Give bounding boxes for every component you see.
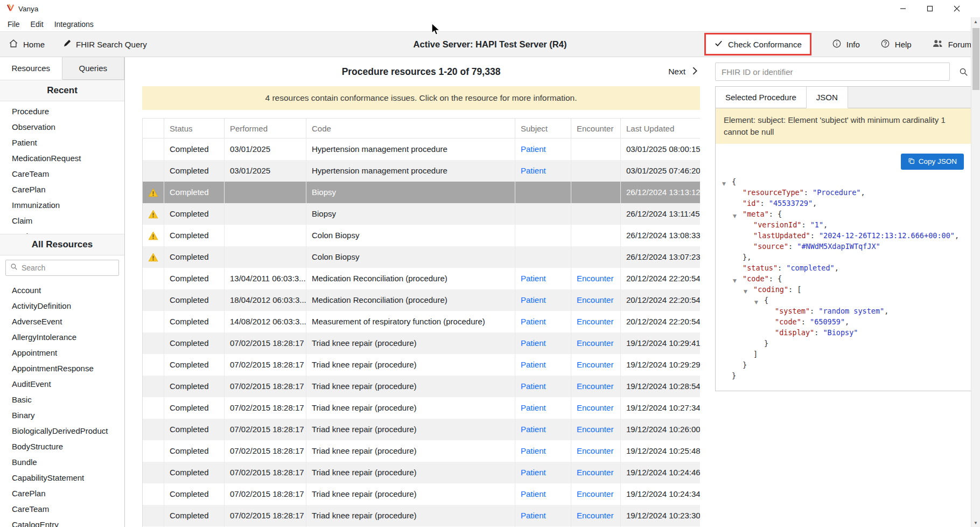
- tab-queries[interactable]: Queries: [62, 57, 125, 80]
- encounter-link[interactable]: Encounter: [577, 489, 613, 498]
- cell-performed: 07/02/2015 18:28:17: [225, 376, 306, 397]
- patient-link[interactable]: Patient: [521, 468, 546, 477]
- recent-item-immunization[interactable]: Immunization: [0, 197, 124, 213]
- patient-link[interactable]: Patient: [521, 446, 546, 455]
- resource-item-allergyintolerance[interactable]: AllergyIntolerance: [0, 329, 124, 345]
- resource-item-account[interactable]: Account: [0, 282, 124, 298]
- minimize-button[interactable]: [890, 0, 916, 17]
- encounter-link[interactable]: Encounter: [577, 295, 613, 304]
- table-row[interactable]: Completed03/01/2025Hypertension manageme…: [143, 138, 701, 160]
- forum-button[interactable]: Forum: [932, 39, 971, 50]
- resource-item-careplan[interactable]: CarePlan: [0, 486, 124, 501]
- patient-link[interactable]: Patient: [521, 317, 546, 326]
- patient-link[interactable]: Patient: [521, 403, 546, 412]
- sidebar-search-input[interactable]: [22, 264, 114, 272]
- patient-link[interactable]: Patient: [521, 360, 546, 369]
- cell-performed: 18/04/2012 06:03:3...: [225, 289, 306, 311]
- patient-link[interactable]: Patient: [521, 338, 546, 348]
- table-row[interactable]: Completed07/02/2015 18:28:17Triad knee r…: [143, 419, 701, 440]
- resource-item-capabilitystatement[interactable]: CapabilityStatement: [0, 470, 124, 486]
- recent-item-observation[interactable]: Observation: [0, 119, 124, 135]
- recent-item-medicationrequest[interactable]: MedicationRequest: [0, 150, 124, 166]
- table-row[interactable]: CompletedColon Biopsy26/12/2024 13:08:33: [143, 225, 701, 246]
- scrollbar-thumb[interactable]: [972, 28, 979, 90]
- help-button[interactable]: Help: [880, 39, 912, 50]
- encounter-link[interactable]: Encounter: [577, 274, 613, 283]
- recent-item-patient[interactable]: Patient: [0, 135, 124, 150]
- resource-item-bundle[interactable]: Bundle: [0, 454, 124, 470]
- table-row[interactable]: Completed03/01/2025Hypertension manageme…: [143, 160, 701, 182]
- check-conformance-button[interactable]: Check Conformance: [728, 40, 802, 49]
- next-button[interactable]: Next: [668, 66, 698, 78]
- encounter-link[interactable]: Encounter: [577, 446, 613, 455]
- resource-item-appointmentresponse[interactable]: AppointmentResponse: [0, 360, 124, 376]
- maximize-button[interactable]: [916, 0, 943, 17]
- encounter-link[interactable]: Encounter: [577, 360, 613, 369]
- resource-item-biologicallyderivedproduct[interactable]: BiologicallyDerivedProduct: [0, 423, 124, 439]
- menu-edit[interactable]: Edit: [25, 18, 49, 30]
- patient-link[interactable]: Patient: [521, 295, 546, 304]
- cell-encounter: Encounter: [571, 483, 621, 505]
- table-row[interactable]: Completed07/02/2015 18:28:17Triad knee r…: [143, 462, 701, 483]
- fhir-search-query-button[interactable]: FHIR Search Query: [63, 39, 147, 49]
- encounter-link[interactable]: Encounter: [577, 338, 613, 348]
- resource-item-appointment[interactable]: Appointment: [0, 345, 124, 360]
- table-row[interactable]: Completed07/02/2015 18:28:17Triad knee r…: [143, 440, 701, 462]
- resource-item-bodystructure[interactable]: BodyStructure: [0, 439, 124, 454]
- table-row[interactable]: Completed13/04/2011 06:03:3...Medication…: [143, 268, 701, 289]
- table-row[interactable]: Completed18/04/2012 06:03:3...Medication…: [143, 289, 701, 311]
- encounter-link[interactable]: Encounter: [577, 468, 613, 477]
- resource-item-careteam[interactable]: CareTeam: [0, 501, 124, 517]
- patient-link[interactable]: Patient: [521, 144, 546, 154]
- recent-item-claim[interactable]: Claim: [0, 213, 124, 228]
- table-row[interactable]: Completed07/02/2015 18:28:17Triad knee r…: [143, 483, 701, 505]
- encounter-link[interactable]: Encounter: [577, 317, 613, 326]
- fhir-search-button[interactable]: [954, 63, 972, 81]
- tab-resources[interactable]: Resources: [0, 57, 62, 80]
- resource-item-activitydefinition[interactable]: ActivityDefinition: [0, 298, 124, 314]
- scroll-up-icon[interactable]: ▲: [971, 17, 980, 26]
- warning-cell: [143, 462, 164, 483]
- patient-link[interactable]: Patient: [521, 489, 546, 498]
- patient-link[interactable]: Patient: [521, 425, 546, 434]
- copy-json-button[interactable]: Copy JSON: [901, 154, 964, 170]
- recent-item-device[interactable]: Device: [0, 228, 124, 234]
- recent-item-procedure[interactable]: Procedure: [0, 103, 124, 119]
- table-row[interactable]: Completed07/02/2015 18:28:17Triad knee r…: [143, 376, 701, 397]
- table-row[interactable]: Completed07/02/2015 18:28:17Triad knee r…: [143, 332, 701, 354]
- resource-item-adverseevent[interactable]: AdverseEvent: [0, 314, 124, 329]
- menu-integrations[interactable]: Integrations: [49, 18, 99, 30]
- recent-item-careteam[interactable]: CareTeam: [0, 166, 124, 182]
- close-button[interactable]: [943, 0, 970, 17]
- table-row[interactable]: CompletedBiopsy26/12/2024 13:11:45: [143, 203, 701, 225]
- window-scrollbar[interactable]: ▲ ▼: [971, 17, 980, 527]
- tab-json[interactable]: JSON: [807, 87, 848, 108]
- info-button[interactable]: Info: [832, 39, 860, 50]
- cell-performed: [225, 203, 306, 225]
- encounter-link[interactable]: Encounter: [577, 425, 613, 434]
- resource-item-basic[interactable]: Basic: [0, 392, 124, 407]
- scroll-down-icon[interactable]: ▼: [971, 518, 980, 527]
- encounter-link[interactable]: Encounter: [577, 403, 613, 412]
- resource-item-catalogentry[interactable]: CatalogEntry: [0, 517, 124, 527]
- encounter-link[interactable]: Encounter: [577, 511, 613, 520]
- cell-last-updated: 19/12/2024 10:24:34: [621, 483, 701, 505]
- home-button[interactable]: Home: [9, 39, 45, 50]
- table-row[interactable]: Completed14/08/2012 06:03:3...Measuremen…: [143, 311, 701, 332]
- table-row[interactable]: Completed07/02/2015 18:28:17Triad knee r…: [143, 505, 701, 526]
- resource-item-binary[interactable]: Binary: [0, 407, 124, 423]
- menu-file[interactable]: File: [2, 18, 25, 30]
- table-row[interactable]: CompletedColon Biopsy26/12/2024 13:07:23: [143, 246, 701, 268]
- encounter-link[interactable]: Encounter: [577, 382, 613, 391]
- tab-selected-procedure[interactable]: Selected Procedure: [716, 87, 807, 108]
- table-row[interactable]: CompletedBiopsy26/12/2024 13:13:12: [143, 182, 701, 203]
- resource-item-auditevent[interactable]: AuditEvent: [0, 376, 124, 392]
- table-row[interactable]: Completed07/02/2015 18:28:17Triad knee r…: [143, 354, 701, 376]
- patient-link[interactable]: Patient: [521, 274, 546, 283]
- table-row[interactable]: Completed07/02/2015 18:28:17Triad knee r…: [143, 397, 701, 419]
- fhir-id-search-input[interactable]: [715, 63, 950, 81]
- patient-link[interactable]: Patient: [521, 511, 546, 520]
- patient-link[interactable]: Patient: [521, 166, 546, 175]
- recent-item-careplan[interactable]: CarePlan: [0, 182, 124, 197]
- patient-link[interactable]: Patient: [521, 382, 546, 391]
